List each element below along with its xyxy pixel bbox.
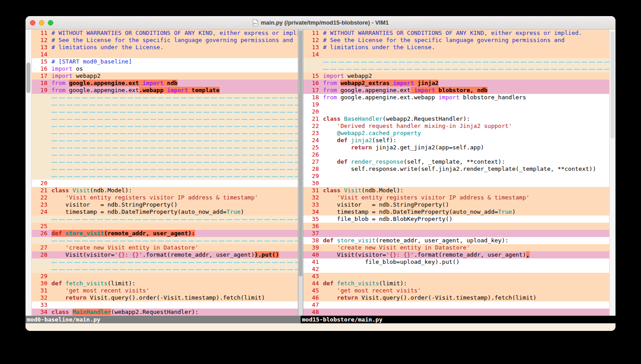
code-line[interactable]: 32 return Visit.query().order(-Visit.tim… [32, 294, 298, 301]
code-line[interactable]: 16import os [32, 65, 298, 72]
code-line[interactable]: 44def fetch_visits(limit): [303, 280, 609, 287]
close-button[interactable] [30, 20, 35, 25]
diff-filler-line[interactable] [303, 58, 609, 65]
right-diff-pane[interactable]: 11# WITHOUT WARRANTIES OR CONDITIONS OF … [303, 30, 609, 316]
code-line[interactable]: 40 Visit(visitor='{}: {}'.format(remote_… [303, 251, 609, 258]
diff-filler-line[interactable] [303, 65, 609, 72]
code-line[interactable]: 33 visitor = ndb.StringProperty() [303, 201, 609, 208]
code-line[interactable]: 45 'get most recent visits' [303, 287, 609, 294]
line-number [303, 65, 323, 72]
code-line[interactable]: 33 [32, 301, 298, 309]
code-line[interactable]: 12# See the License for the specific lan… [32, 37, 298, 44]
code-line[interactable]: 31 'get most recent visits' [32, 287, 298, 294]
code-line[interactable]: 31class Visit(ndb.Model): [303, 187, 609, 194]
code-line[interactable]: 25 return jinja2.get_jinja2(app=self.app… [303, 144, 609, 151]
split-divider-scrollbar[interactable] [298, 30, 303, 316]
code-line[interactable]: 39 'create new Visit entity in Datastore… [303, 244, 609, 251]
diff-filler-line[interactable] [32, 137, 298, 144]
code-line[interactable]: 19from google.appengine.ext.webapp impor… [32, 87, 298, 94]
code-line[interactable]: 30 [303, 180, 609, 187]
code-line[interactable]: 36 [303, 223, 609, 230]
zoom-button[interactable] [48, 20, 53, 25]
code-line[interactable]: 43 [303, 273, 609, 280]
code-line[interactable]: 30def fetch_visits(limit): [32, 280, 298, 287]
code-line[interactable]: 34class MainHandler(webapp2.RequestHandl… [32, 309, 298, 316]
code-line[interactable]: 35 file_blob = ndb.BlobKeyProperty() [303, 216, 609, 223]
left-diff-pane[interactable]: 11# WITHOUT WARRANTIES OR CONDITIONS OF … [32, 30, 298, 316]
code-line[interactable]: 27 def render_response(self, _template, … [303, 158, 609, 165]
diff-filler-line[interactable] [32, 151, 298, 158]
code-line[interactable]: 16from webapp2_extras import jinja2 [303, 80, 609, 87]
left-scrollbar-thumb[interactable] [26, 63, 30, 93]
divider-scrollbar-thumb[interactable] [299, 30, 302, 276]
code-line[interactable]: 34 timestamp = ndb.DateTimeProperty(auto… [303, 208, 609, 216]
code-line[interactable]: 17import webapp2 [32, 72, 298, 80]
code-line[interactable]: 24 def jinja2(self): [303, 137, 609, 144]
code-line[interactable]: 24 timestamp = ndb.DateTimeProperty(auto… [32, 208, 298, 216]
diff-filler-line[interactable] [32, 258, 298, 266]
command-line[interactable] [25, 323, 616, 331]
code-line[interactable]: 11# WITHOUT WARRANTIES OR CONDITIONS OF … [303, 30, 609, 37]
code-text: # limitations under the License. [51, 44, 298, 51]
diff-filler-line[interactable] [32, 216, 298, 223]
code-line[interactable]: 48 [303, 309, 609, 316]
code-line[interactable]: 27 'create new Visit entity in Datastore… [32, 244, 298, 251]
code-line[interactable]: 26def store_visit(remote_addr, user_agen… [32, 230, 298, 237]
code-line[interactable]: 15import webapp2 [303, 72, 609, 80]
right-scrollbar[interactable] [609, 30, 616, 316]
diff-filler-line[interactable] [32, 237, 298, 244]
code-line[interactable]: 17from google.appengine.ext import blobs… [303, 87, 609, 94]
code-line[interactable]: 28 Visit(visitor='{}: {}'.format(remote_… [32, 251, 298, 258]
code-line[interactable]: 21class Visit(ndb.Model): [32, 187, 298, 194]
code-text [323, 51, 609, 58]
code-line[interactable]: 38def store_visit(remote_addr, user_agen… [303, 237, 609, 244]
diff-filler-line[interactable] [32, 266, 298, 273]
code-line[interactable]: 12# See the License for the specific lan… [303, 37, 609, 44]
diff-filler-line[interactable] [32, 130, 298, 137]
code-line[interactable]: 47 [303, 301, 609, 309]
code-line[interactable]: 20 [32, 180, 298, 187]
code-line[interactable]: 42 [303, 266, 609, 273]
code-line[interactable]: 23 @webapp2.cached_property [303, 130, 609, 137]
code-line[interactable]: 22 'Visit entity registers visitor IP ad… [32, 194, 298, 201]
code-line[interactable]: 29 [32, 273, 298, 280]
diff-filler-line[interactable] [32, 123, 298, 130]
code-line[interactable]: 11# WITHOUT WARRANTIES OR CONDITIONS OF … [32, 30, 298, 37]
code-line[interactable]: 13# limitations under the License. [32, 44, 298, 51]
diff-filler-line[interactable] [32, 108, 298, 115]
code-line[interactable]: 22 'Derived request handler mixing-in Ji… [303, 123, 609, 130]
left-scrollbar[interactable] [25, 30, 32, 316]
line-number: 17 [303, 87, 323, 94]
diff-filler-line[interactable] [32, 94, 298, 101]
code-line[interactable]: 19 [303, 101, 609, 108]
code-line[interactable]: 14 [303, 51, 609, 58]
window-titlebar[interactable]: PY main.py (/private/tmp/mod15-blobstore… [25, 16, 616, 30]
code-line[interactable]: 41 file_blob=upload_key).put() [303, 258, 609, 266]
code-line[interactable]: 15# [START mod0_baseline] [32, 58, 298, 65]
diff-filler-line[interactable] [32, 173, 298, 180]
code-line[interactable]: 28 self.response.write(self.jinja2.rende… [303, 165, 609, 173]
code-line[interactable]: 26 [303, 151, 609, 158]
diff-filler-line[interactable] [32, 165, 298, 173]
line-number: 21 [303, 115, 323, 123]
line-number: 39 [303, 244, 323, 251]
code-line[interactable]: 18from google.appengine.ext.webapp impor… [303, 94, 609, 101]
code-line[interactable]: 18from google.appengine.ext import ndb [32, 80, 298, 87]
code-line[interactable]: 32 'Visit entity registers visitor IP ad… [303, 194, 609, 201]
minimize-button[interactable] [39, 20, 44, 25]
code-line[interactable]: 21class BaseHandler(webapp2.RequestHandl… [303, 115, 609, 123]
line-number: 15 [32, 58, 51, 65]
code-line[interactable]: 46 return Visit.query().order(-Visit.tim… [303, 294, 609, 301]
diff-filler-line[interactable] [32, 158, 298, 165]
code-line[interactable]: 13# limitations under the License. [303, 44, 609, 51]
code-line[interactable]: 14 [32, 51, 298, 58]
diff-filler-line[interactable] [32, 115, 298, 123]
diff-filler-line[interactable] [32, 144, 298, 151]
code-line[interactable]: 37 [303, 230, 609, 237]
right-scrollbar-thumb[interactable] [611, 31, 615, 139]
code-line[interactable]: 25 [32, 223, 298, 230]
diff-filler-line[interactable] [32, 101, 298, 108]
code-line[interactable]: 20 [303, 108, 609, 115]
code-line[interactable]: 29 [303, 173, 609, 180]
code-line[interactable]: 23 visitor = ndb.StringProperty() [32, 201, 298, 208]
